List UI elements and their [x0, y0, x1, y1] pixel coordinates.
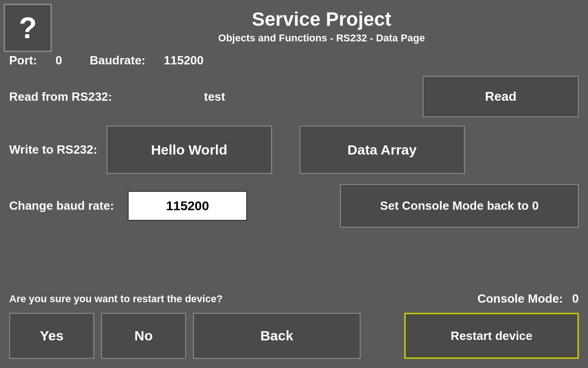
read-rs232-value: test [204, 90, 225, 104]
page-subtitle: Objects and Functions - RS232 - Data Pag… [60, 32, 583, 44]
help-icon: ? [19, 11, 37, 45]
baud-rate-input[interactable] [128, 191, 247, 221]
no-button[interactable]: No [101, 313, 186, 359]
read-button[interactable]: Read [423, 76, 579, 117]
set-console-button[interactable]: Set Console Mode back to 0 [340, 184, 579, 228]
help-icon-container[interactable]: ? [4, 4, 52, 52]
console-mode-value: 0 [572, 292, 579, 306]
port-value: 0 [56, 53, 62, 68]
change-baud-label: Change baud rate: [9, 199, 114, 213]
yes-button[interactable]: Yes [9, 313, 94, 359]
read-rs232-label: Read from RS232: [9, 90, 112, 104]
restart-button[interactable]: Restart device [404, 313, 579, 359]
header: Service Project Objects and Functions - … [0, 0, 588, 49]
hello-world-button[interactable]: Hello World [107, 126, 272, 174]
port-label: Port: [9, 53, 37, 68]
baudrate-label: Baudrate: [90, 53, 145, 68]
write-rs232-label: Write to RS232: [9, 143, 97, 157]
baudrate-value: 115200 [164, 53, 204, 68]
restart-confirm-text: Are you sure you want to restart the dev… [9, 293, 223, 305]
back-button[interactable]: Back [193, 313, 361, 359]
page-title: Service Project [60, 8, 583, 30]
console-mode-label: Console Mode: [477, 292, 563, 306]
data-array-button[interactable]: Data Array [300, 126, 465, 174]
